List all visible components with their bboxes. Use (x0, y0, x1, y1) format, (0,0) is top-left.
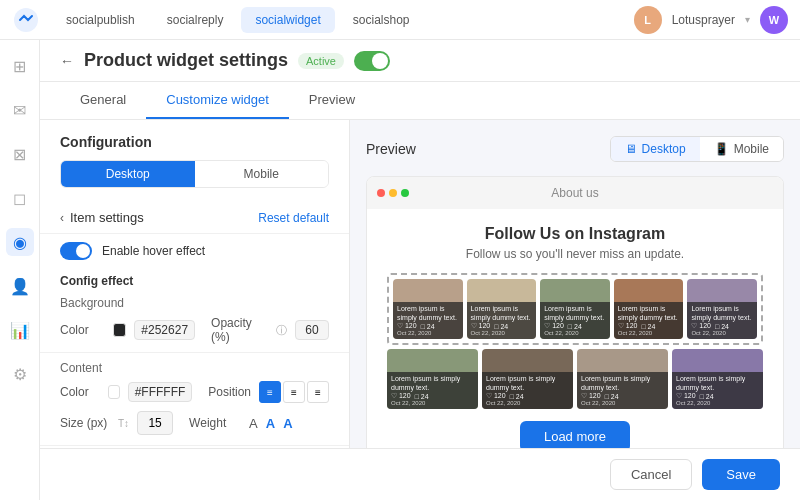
page-header: ← Product widget settings Active (40, 40, 800, 82)
content-label: Content (40, 357, 349, 377)
split-panel: Configuration Desktop Mobile ‹ Item sett… (40, 120, 800, 500)
preview-body: Follow Us on Instagram Follow us so you'… (367, 209, 783, 476)
sidebar-icon-chart[interactable]: 📊 (6, 316, 34, 344)
right-panel: Preview 🖥 Desktop 📱 Mobile (350, 120, 800, 500)
desktop-icon: 🖥 (625, 142, 637, 156)
nav-tab-socialshop[interactable]: socialshop (339, 7, 424, 33)
position-label: Position (208, 385, 251, 399)
size-input[interactable] (137, 411, 173, 435)
nav-tab-socialwidget-label: socialwidget (255, 13, 320, 27)
preview-top-bar: About us (367, 177, 783, 209)
sidebar-icon-grid[interactable]: ⊞ (6, 52, 34, 80)
item-settings-bar: ‹ Item settings Reset default (40, 202, 349, 234)
size-label: Size (px) (60, 416, 110, 430)
chevron-left-icon: ‹ (60, 211, 64, 225)
insta-item-4: Lorem ipsum is simply dummy text. ♡ 120□… (614, 279, 684, 339)
color-label: Color (60, 323, 105, 337)
item-settings-title: ‹ Item settings (60, 210, 144, 225)
tab-general[interactable]: General (60, 82, 146, 119)
color-value[interactable]: #252627 (134, 320, 195, 340)
weight-normal-button[interactable]: A (247, 416, 260, 431)
weight-buttons: A A A (247, 416, 294, 431)
content-color-row: Color #FFFFFF Position ≡ ≡ ≡ (40, 377, 349, 407)
nav-tab-socialpublish-label: socialpublish (66, 13, 135, 27)
mobile-icon: 📱 (714, 142, 729, 156)
cancel-button[interactable]: Cancel (610, 459, 692, 490)
insta-item-3: Lorem ipsum is simply dummy text. ♡ 120□… (540, 279, 610, 339)
app-logo (12, 6, 40, 34)
sidebar-icon-widget[interactable]: ◉ (6, 228, 34, 256)
preview-title: Preview (366, 141, 416, 157)
opacity-label: Opacity (%) (211, 316, 268, 344)
main-tabs: General Customize widget Preview (40, 82, 800, 120)
window-dots (377, 189, 409, 197)
left-panel: Configuration Desktop Mobile ‹ Item sett… (40, 120, 350, 500)
weight-italic-button[interactable]: A (281, 416, 294, 431)
reset-default-button[interactable]: Reset default (258, 211, 329, 225)
tab-preview[interactable]: Preview (289, 82, 375, 119)
background-label: Background (40, 292, 349, 312)
navbar-label: About us (551, 186, 598, 200)
background-color-row: Color #252627 Opacity (%) ⓘ 60 (40, 312, 349, 348)
nav-tab-socialshop-label: socialshop (353, 13, 410, 27)
tab-customize-widget[interactable]: Customize widget (146, 82, 289, 119)
weight-bold-button[interactable]: A (264, 416, 277, 431)
sidebar-icon-mail[interactable]: ✉ (6, 96, 34, 124)
size-px-icon: T↕ (118, 418, 129, 429)
size-row: Size (px) T↕ Weight A A A (40, 407, 349, 439)
device-buttons: 🖥 Desktop 📱 Mobile (610, 136, 784, 162)
insta-item-7: Lorem ipsum is simply dummy text. ♡ 120□… (482, 349, 573, 409)
sub-tabs: Desktop Mobile (60, 160, 329, 188)
bottom-bar: Cancel Save (40, 448, 800, 500)
sidebar-icon-inbox[interactable]: ⊠ (6, 140, 34, 168)
mobile-device-button[interactable]: 📱 Mobile (700, 137, 783, 161)
insta-item-9: Lorem ipsum is simply dummy text. ♡ 120□… (672, 349, 763, 409)
position-buttons: ≡ ≡ ≡ (259, 381, 329, 403)
dot-red (377, 189, 385, 197)
weight-label: Weight (189, 416, 239, 430)
desktop-device-button[interactable]: 🖥 Desktop (611, 137, 700, 161)
config-section: Configuration Desktop Mobile (40, 120, 349, 188)
svg-point-0 (14, 8, 38, 32)
active-toggle[interactable] (354, 51, 390, 71)
preview-header: Preview 🖥 Desktop 📱 Mobile (366, 136, 784, 162)
page-title: Product widget settings (84, 50, 288, 71)
content-color-swatch[interactable] (108, 385, 120, 399)
sidebar-icon-settings[interactable]: ⚙ (6, 360, 34, 388)
instagram-grid-row2: Lorem ipsum is simply dummy text. ♡ 120□… (387, 349, 763, 409)
user-name: Lotusprayer (672, 13, 735, 27)
active-badge: Active (298, 53, 344, 69)
position-left-button[interactable]: ≡ (259, 381, 281, 403)
nav-tab-socialpublish[interactable]: socialpublish (52, 7, 149, 33)
hover-effect-label: Enable hover effect (102, 244, 205, 258)
instagram-subtitle: Follow us so you'll never miss an update… (387, 247, 763, 261)
sub-tab-mobile[interactable]: Mobile (195, 161, 329, 187)
back-button[interactable]: ← (60, 53, 74, 69)
opacity-value[interactable]: 60 (295, 320, 329, 340)
hover-effect-toggle[interactable] (60, 242, 92, 260)
nav-tab-socialreply[interactable]: socialreply (153, 7, 238, 33)
color-swatch[interactable] (113, 323, 126, 337)
dot-green (401, 189, 409, 197)
content-area: ← Product widget settings Active General… (40, 40, 800, 500)
main-layout: ⊞ ✉ ⊠ ◻ ◉ 👤 📊 ⚙ ← Product widget setting… (0, 40, 800, 500)
user-w-badge: W (760, 6, 788, 34)
position-center-button[interactable]: ≡ (283, 381, 305, 403)
nav-tab-socialreply-label: socialreply (167, 13, 224, 27)
sidebar: ⊞ ✉ ⊠ ◻ ◉ 👤 📊 ⚙ (0, 40, 40, 500)
dot-yellow (389, 189, 397, 197)
nav-right: L Lotusprayer ▾ W (634, 6, 788, 34)
config-effect-title: Config effect (40, 268, 349, 292)
insta-item-1: Lorem ipsum is simply dummy text. ♡ 120□… (393, 279, 463, 339)
sidebar-icon-user[interactable]: 👤 (6, 272, 34, 300)
insta-item-6: Lorem ipsum is simply dummy text. ♡ 120□… (387, 349, 478, 409)
save-button[interactable]: Save (702, 459, 780, 490)
instagram-grid-row1: Lorem ipsum is simply dummy text. ♡ 120□… (387, 273, 763, 345)
position-right-button[interactable]: ≡ (307, 381, 329, 403)
sub-tab-desktop[interactable]: Desktop (61, 161, 195, 187)
insta-item-8: Lorem ipsum is simply dummy text. ♡ 120□… (577, 349, 668, 409)
insta-item-5: Lorem ipsum is simply dummy text. ♡ 120□… (687, 279, 757, 339)
content-color-value[interactable]: #FFFFFF (128, 382, 193, 402)
nav-tab-socialwidget[interactable]: socialwidget (241, 7, 334, 33)
sidebar-icon-package[interactable]: ◻ (6, 184, 34, 212)
